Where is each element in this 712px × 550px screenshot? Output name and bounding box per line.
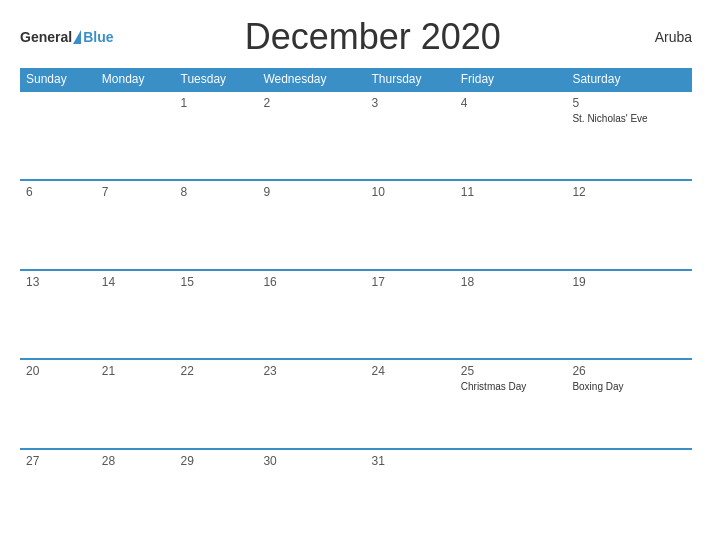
days-of-week-row: SundayMondayTuesdayWednesdayThursdayFrid… — [20, 68, 692, 91]
day-of-week-header: Monday — [96, 68, 175, 91]
calendar-cell — [20, 91, 96, 180]
calendar-cell — [455, 449, 567, 538]
calendar-event: Christmas Day — [461, 380, 561, 393]
day-number: 19 — [572, 275, 686, 289]
day-number: 20 — [26, 364, 90, 378]
day-number: 8 — [181, 185, 252, 199]
day-number: 25 — [461, 364, 561, 378]
calendar-cell: 24 — [366, 359, 455, 448]
calendar-cell: 30 — [257, 449, 365, 538]
week-row: 13141516171819 — [20, 270, 692, 359]
calendar-cell: 19 — [566, 270, 692, 359]
calendar-event: Boxing Day — [572, 380, 686, 393]
calendar-cell: 3 — [366, 91, 455, 180]
day-number: 28 — [102, 454, 169, 468]
calendar-cell: 12 — [566, 180, 692, 269]
week-row: 12345St. Nicholas' Eve — [20, 91, 692, 180]
day-number: 1 — [181, 96, 252, 110]
logo-blue-text: Blue — [83, 30, 113, 44]
calendar-cell: 16 — [257, 270, 365, 359]
day-of-week-header: Sunday — [20, 68, 96, 91]
day-of-week-header: Tuesday — [175, 68, 258, 91]
calendar-cell: 14 — [96, 270, 175, 359]
calendar-cell: 31 — [366, 449, 455, 538]
calendar-cell: 4 — [455, 91, 567, 180]
day-number: 15 — [181, 275, 252, 289]
calendar-cell: 28 — [96, 449, 175, 538]
calendar-cell: 22 — [175, 359, 258, 448]
day-of-week-header: Thursday — [366, 68, 455, 91]
country-label: Aruba — [632, 29, 692, 45]
calendar-cell — [96, 91, 175, 180]
page-title: December 2020 — [113, 16, 632, 58]
day-number: 10 — [372, 185, 449, 199]
calendar-cell: 6 — [20, 180, 96, 269]
day-number: 14 — [102, 275, 169, 289]
day-number: 21 — [102, 364, 169, 378]
calendar-cell: 29 — [175, 449, 258, 538]
day-number: 12 — [572, 185, 686, 199]
calendar-cell: 18 — [455, 270, 567, 359]
calendar-cell: 15 — [175, 270, 258, 359]
day-number: 26 — [572, 364, 686, 378]
day-of-week-header: Wednesday — [257, 68, 365, 91]
calendar-cell — [566, 449, 692, 538]
day-number: 7 — [102, 185, 169, 199]
calendar-cell: 9 — [257, 180, 365, 269]
day-number: 18 — [461, 275, 561, 289]
calendar-cell: 27 — [20, 449, 96, 538]
calendar-table: SundayMondayTuesdayWednesdayThursdayFrid… — [20, 68, 692, 538]
day-of-week-header: Saturday — [566, 68, 692, 91]
calendar-cell: 23 — [257, 359, 365, 448]
logo: General Blue — [20, 30, 113, 44]
day-number: 23 — [263, 364, 359, 378]
day-of-week-header: Friday — [455, 68, 567, 91]
calendar-cell: 25Christmas Day — [455, 359, 567, 448]
calendar-cell: 7 — [96, 180, 175, 269]
calendar-event: St. Nicholas' Eve — [572, 112, 686, 125]
week-row: 202122232425Christmas Day26Boxing Day — [20, 359, 692, 448]
calendar-cell: 26Boxing Day — [566, 359, 692, 448]
day-number: 27 — [26, 454, 90, 468]
calendar-cell: 8 — [175, 180, 258, 269]
day-number: 6 — [26, 185, 90, 199]
day-number: 4 — [461, 96, 561, 110]
logo-triangle-icon — [73, 30, 81, 44]
calendar-cell: 21 — [96, 359, 175, 448]
day-number: 2 — [263, 96, 359, 110]
calendar-cell: 17 — [366, 270, 455, 359]
day-number: 16 — [263, 275, 359, 289]
week-row: 2728293031 — [20, 449, 692, 538]
day-number: 30 — [263, 454, 359, 468]
day-number: 17 — [372, 275, 449, 289]
day-number: 24 — [372, 364, 449, 378]
calendar-cell: 10 — [366, 180, 455, 269]
week-row: 6789101112 — [20, 180, 692, 269]
calendar-cell: 2 — [257, 91, 365, 180]
calendar-cell: 11 — [455, 180, 567, 269]
day-number: 13 — [26, 275, 90, 289]
calendar-header: General Blue December 2020 Aruba — [20, 16, 692, 58]
day-number: 11 — [461, 185, 561, 199]
calendar-cell: 20 — [20, 359, 96, 448]
calendar-cell: 1 — [175, 91, 258, 180]
logo-general-text: General — [20, 30, 72, 44]
day-number: 22 — [181, 364, 252, 378]
day-number: 5 — [572, 96, 686, 110]
calendar-cell: 5St. Nicholas' Eve — [566, 91, 692, 180]
day-number: 29 — [181, 454, 252, 468]
day-number: 3 — [372, 96, 449, 110]
day-number: 9 — [263, 185, 359, 199]
day-number: 31 — [372, 454, 449, 468]
calendar-cell: 13 — [20, 270, 96, 359]
